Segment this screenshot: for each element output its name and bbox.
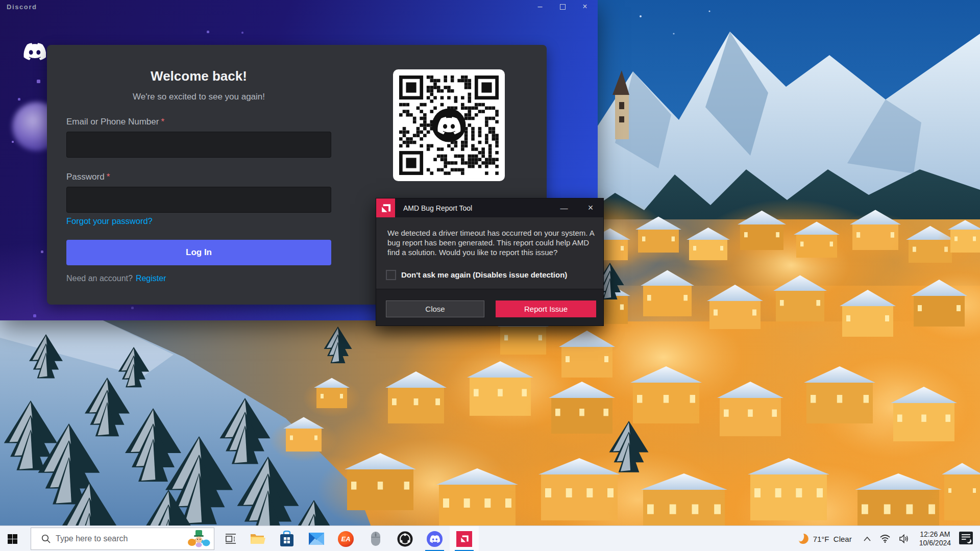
close-button[interactable]: Close [386,300,484,317]
task-view-icon [225,533,237,545]
weather-moon-icon[interactable] [797,533,809,545]
taskbar-app-microsoft-store[interactable] [272,526,301,551]
qr-login-code [393,69,505,181]
password-field[interactable] [66,187,331,213]
required-asterisk: * [161,117,164,127]
clock-date: 10/6/2024 [919,539,951,547]
email-label: Email or Phone Number* [66,117,164,127]
volume-icon[interactable] [899,534,910,543]
qr-code-graphic [393,69,505,181]
discord-window-title: Discord [7,3,37,11]
hidden-icons-chevron[interactable] [864,537,871,541]
mouse-icon [371,531,381,546]
weather-status[interactable]: 71°F Clear [813,535,852,543]
wifi-icon[interactable] [880,535,890,543]
taskbar-search-box[interactable] [31,528,214,550]
taskbar-app-obs[interactable] [390,526,420,551]
dialog-minimize-icon[interactable]: — [557,204,571,212]
amd-dialog-title: AMD Bug Report Tool [403,204,472,212]
start-button[interactable] [0,526,24,551]
search-highlights-icon[interactable] [187,529,211,548]
dialog-close-icon[interactable]: × [584,203,597,213]
login-button[interactable]: Log In [66,240,331,265]
report-issue-button[interactable]: Report Issue [496,300,596,317]
welcome-subheading: We're so excited to see you again! [66,92,331,102]
task-view-button[interactable] [216,526,246,551]
mail-icon [308,532,325,545]
amd-bug-report-dialog: AMD Bug Report Tool — × We detected a dr… [376,198,604,326]
minimize-icon[interactable]: – [532,0,548,13]
taskbar-app-file-explorer[interactable] [242,526,272,551]
clock-time: 12:26 AM [919,530,951,539]
taskbar-app-mouse-utility[interactable] [361,526,390,551]
amd-app-icon [456,531,472,547]
search-input[interactable] [56,534,187,543]
dont-ask-checkbox[interactable] [386,270,396,280]
close-icon[interactable]: × [577,0,593,13]
amd-logo-icon [376,198,395,217]
discord-window-controls: – × [532,0,593,13]
taskbar-app-mail[interactable] [302,526,331,551]
register-row: Need an account?Register [66,274,166,283]
password-label: Password* [66,172,110,182]
taskbar-app-amd[interactable] [450,526,479,551]
register-prompt: Need an account? [66,274,133,283]
dont-ask-label: Don't ask me again (Disables issue detec… [401,270,567,279]
required-asterisk: * [107,172,110,182]
forgot-password-link[interactable]: Forgot your password? [66,216,153,226]
email-field[interactable] [66,132,331,158]
windows-logo-icon [8,534,17,544]
system-tray: 71°F Clear 12:26 AM 10/6/2024 [797,526,980,551]
obs-studio-icon [397,531,413,547]
taskbar-app-discord[interactable] [420,526,449,551]
microsoft-store-icon [279,531,295,547]
discord-logo-icon [23,43,46,60]
taskbar-clock[interactable]: 12:26 AM 10/6/2024 [919,530,951,547]
taskbar-app-ea[interactable]: EA [331,526,360,551]
amd-dialog-message: We detected a driver timeout has occurre… [387,228,597,257]
amd-dialog-footer: Close Report Issue [376,289,603,325]
discord-app-icon [427,531,443,547]
search-icon [41,534,51,543]
taskbar: EA [0,525,980,551]
file-explorer-icon [249,531,265,547]
maximize-icon[interactable] [555,0,570,13]
amd-dialog-titlebar: AMD Bug Report Tool — × [376,198,603,217]
ea-icon: EA [338,531,354,547]
action-center-icon[interactable] [959,532,973,546]
register-link[interactable]: Register [136,274,166,283]
welcome-heading: Welcome back! [66,68,331,84]
